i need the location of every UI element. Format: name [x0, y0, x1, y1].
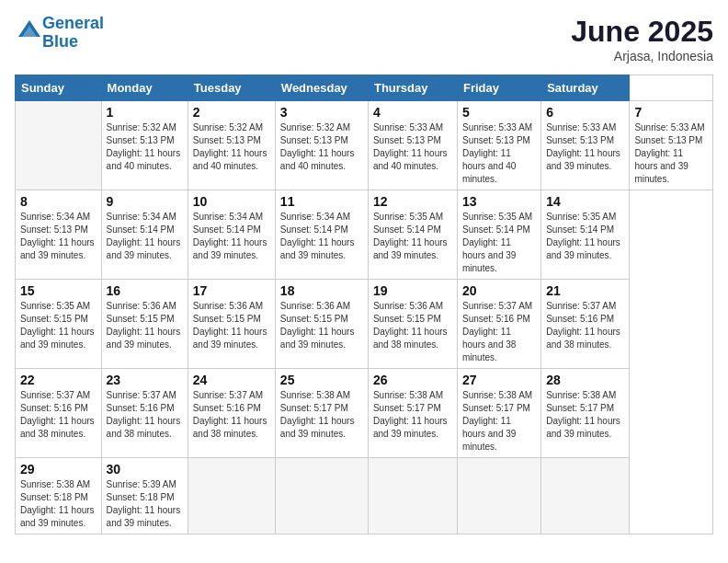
day-number: 3 — [280, 105, 363, 120]
calendar-week-row: 15Sunrise: 5:35 AMSunset: 5:15 PMDayligh… — [16, 280, 713, 369]
calendar-cell: 3Sunrise: 5:32 AMSunset: 5:13 PMDaylight… — [275, 101, 368, 190]
cell-info: Sunrise: 5:37 AMSunset: 5:16 PMDaylight:… — [107, 389, 183, 441]
weekday-header-saturday: Saturday — [541, 75, 630, 101]
calendar-cell — [275, 458, 368, 534]
calendar-cell — [368, 458, 457, 534]
calendar-cell: 7Sunrise: 5:33 AMSunset: 5:13 PMDaylight… — [630, 101, 713, 190]
cell-info: Sunrise: 5:33 AMSunset: 5:13 PMDaylight:… — [546, 121, 624, 173]
calendar-header-row: SundayMondayTuesdayWednesdayThursdayFrid… — [16, 75, 713, 101]
calendar-cell: 27Sunrise: 5:38 AMSunset: 5:17 PMDayligh… — [457, 369, 540, 458]
day-number: 28 — [546, 373, 624, 387]
weekday-header-thursday: Thursday — [368, 75, 457, 101]
calendar-cell — [541, 458, 630, 534]
day-number: 11 — [280, 194, 363, 209]
cell-info: Sunrise: 5:38 AMSunset: 5:17 PMDaylight:… — [373, 389, 452, 441]
day-number: 24 — [193, 373, 270, 387]
calendar-week-row: 8Sunrise: 5:34 AMSunset: 5:13 PMDaylight… — [16, 190, 713, 280]
title-block: June 2025 Arjasa, Indonesia — [571, 15, 713, 63]
day-number: 26 — [373, 373, 452, 387]
cell-info: Sunrise: 5:35 AMSunset: 5:14 PMDaylight:… — [546, 211, 624, 262]
calendar-cell: 18Sunrise: 5:36 AMSunset: 5:15 PMDayligh… — [275, 280, 368, 369]
cell-info: Sunrise: 5:36 AMSunset: 5:15 PMDaylight:… — [193, 300, 270, 351]
calendar-cell: 14Sunrise: 5:35 AMSunset: 5:14 PMDayligh… — [541, 190, 630, 280]
day-number: 4 — [373, 105, 452, 120]
month-year: June 2025 — [571, 15, 713, 49]
cell-info: Sunrise: 5:38 AMSunset: 5:18 PMDaylight:… — [20, 478, 97, 530]
weekday-header-wednesday: Wednesday — [275, 75, 368, 101]
cell-info: Sunrise: 5:33 AMSunset: 5:13 PMDaylight:… — [373, 121, 452, 173]
day-number: 22 — [20, 373, 97, 387]
cell-info: Sunrise: 5:34 AMSunset: 5:14 PMDaylight:… — [280, 211, 363, 262]
cell-info: Sunrise: 5:32 AMSunset: 5:13 PMDaylight:… — [280, 121, 363, 173]
calendar-cell: 13Sunrise: 5:35 AMSunset: 5:14 PMDayligh… — [457, 190, 540, 280]
logo-line1: General — [42, 14, 104, 32]
day-number: 30 — [107, 462, 183, 477]
calendar-cell — [16, 101, 102, 190]
cell-info: Sunrise: 5:38 AMSunset: 5:17 PMDaylight:… — [462, 389, 536, 454]
calendar-cell: 8Sunrise: 5:34 AMSunset: 5:13 PMDaylight… — [16, 190, 102, 280]
location: Arjasa, Indonesia — [571, 49, 713, 63]
cell-info: Sunrise: 5:37 AMSunset: 5:16 PMDaylight:… — [546, 300, 624, 351]
calendar-cell: 4Sunrise: 5:33 AMSunset: 5:13 PMDaylight… — [368, 101, 457, 190]
day-number: 10 — [193, 194, 270, 209]
day-number: 1 — [107, 105, 183, 120]
cell-info: Sunrise: 5:35 AMSunset: 5:14 PMDaylight:… — [462, 211, 536, 275]
calendar-cell: 10Sunrise: 5:34 AMSunset: 5:14 PMDayligh… — [188, 190, 275, 280]
logo: General Blue — [15, 15, 104, 52]
calendar-week-row: 22Sunrise: 5:37 AMSunset: 5:16 PMDayligh… — [16, 369, 713, 458]
calendar-cell: 22Sunrise: 5:37 AMSunset: 5:16 PMDayligh… — [16, 369, 102, 458]
calendar: SundayMondayTuesdayWednesdayThursdayFrid… — [15, 75, 713, 534]
day-number: 25 — [280, 373, 363, 387]
weekday-header-monday: Monday — [101, 75, 188, 101]
calendar-cell — [188, 458, 275, 534]
weekday-header-tuesday: Tuesday — [188, 75, 275, 101]
calendar-cell: 28Sunrise: 5:38 AMSunset: 5:17 PMDayligh… — [541, 369, 630, 458]
cell-info: Sunrise: 5:32 AMSunset: 5:13 PMDaylight:… — [107, 121, 183, 173]
calendar-cell — [457, 458, 540, 534]
day-number: 29 — [20, 462, 97, 477]
day-number: 2 — [193, 105, 270, 120]
cell-info: Sunrise: 5:37 AMSunset: 5:16 PMDaylight:… — [462, 300, 536, 364]
calendar-cell: 2Sunrise: 5:32 AMSunset: 5:13 PMDaylight… — [188, 101, 275, 190]
cell-info: Sunrise: 5:36 AMSunset: 5:15 PMDaylight:… — [107, 300, 183, 351]
cell-info: Sunrise: 5:37 AMSunset: 5:16 PMDaylight:… — [20, 389, 97, 441]
page-header: General Blue June 2025 Arjasa, Indonesia — [15, 15, 713, 63]
day-number: 15 — [20, 283, 97, 298]
day-number: 12 — [373, 194, 452, 209]
cell-info: Sunrise: 5:35 AMSunset: 5:14 PMDaylight:… — [373, 211, 452, 262]
cell-info: Sunrise: 5:32 AMSunset: 5:13 PMDaylight:… — [193, 121, 270, 173]
cell-info: Sunrise: 5:37 AMSunset: 5:16 PMDaylight:… — [193, 389, 270, 441]
calendar-cell: 9Sunrise: 5:34 AMSunset: 5:14 PMDaylight… — [101, 190, 188, 280]
cell-info: Sunrise: 5:33 AMSunset: 5:13 PMDaylight:… — [462, 121, 536, 186]
logo-line2: Blue — [42, 32, 78, 51]
day-number: 16 — [107, 283, 183, 298]
calendar-cell: 30Sunrise: 5:39 AMSunset: 5:18 PMDayligh… — [101, 458, 188, 534]
calendar-cell: 25Sunrise: 5:38 AMSunset: 5:17 PMDayligh… — [275, 369, 368, 458]
calendar-cell: 12Sunrise: 5:35 AMSunset: 5:14 PMDayligh… — [368, 190, 457, 280]
cell-info: Sunrise: 5:38 AMSunset: 5:17 PMDaylight:… — [280, 389, 363, 441]
calendar-cell: 6Sunrise: 5:33 AMSunset: 5:13 PMDaylight… — [541, 101, 630, 190]
day-number: 8 — [20, 194, 97, 209]
calendar-cell: 23Sunrise: 5:37 AMSunset: 5:16 PMDayligh… — [101, 369, 188, 458]
calendar-cell: 15Sunrise: 5:35 AMSunset: 5:15 PMDayligh… — [16, 280, 102, 369]
cell-info: Sunrise: 5:39 AMSunset: 5:18 PMDaylight:… — [107, 478, 183, 530]
weekday-header-friday: Friday — [457, 75, 540, 101]
cell-info: Sunrise: 5:36 AMSunset: 5:15 PMDaylight:… — [280, 300, 363, 351]
day-number: 23 — [107, 373, 183, 387]
logo-icon — [17, 18, 42, 44]
cell-info: Sunrise: 5:38 AMSunset: 5:17 PMDaylight:… — [546, 389, 624, 441]
day-number: 14 — [546, 194, 624, 209]
day-number: 21 — [546, 283, 624, 298]
cell-info: Sunrise: 5:35 AMSunset: 5:15 PMDaylight:… — [20, 300, 97, 351]
logo-text: General Blue — [42, 15, 104, 52]
day-number: 13 — [462, 194, 536, 209]
day-number: 6 — [546, 105, 624, 120]
day-number: 20 — [462, 283, 536, 298]
calendar-week-row: 29Sunrise: 5:38 AMSunset: 5:18 PMDayligh… — [16, 458, 713, 534]
day-number: 19 — [373, 283, 452, 298]
day-number: 5 — [462, 105, 536, 120]
day-number: 18 — [280, 283, 363, 298]
calendar-cell: 11Sunrise: 5:34 AMSunset: 5:14 PMDayligh… — [275, 190, 368, 280]
day-number: 9 — [107, 194, 183, 209]
calendar-cell: 5Sunrise: 5:33 AMSunset: 5:13 PMDaylight… — [457, 101, 540, 190]
